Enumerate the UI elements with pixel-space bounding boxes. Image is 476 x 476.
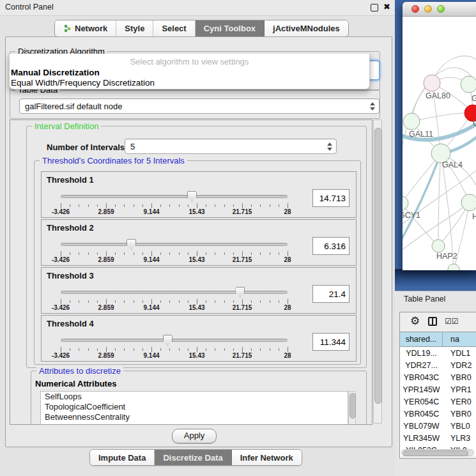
tab-infer-network[interactable]: Infer Network bbox=[232, 450, 302, 465]
table-cell: YDL19... bbox=[400, 347, 443, 359]
tab-impute-data[interactable]: Impute Data bbox=[90, 450, 155, 465]
network-view-area: GAL80GACGAL11GAL4GCY1HHAP2 bbox=[395, 0, 476, 291]
number-of-intervals-combobox[interactable]: 5 bbox=[125, 139, 337, 154]
gear-icon[interactable]: ⚙ bbox=[410, 314, 420, 328]
table-data-combobox[interactable]: galFiltered.sif default node bbox=[19, 98, 380, 114]
network-node-green[interactable] bbox=[403, 113, 420, 130]
network-edge[interactable] bbox=[438, 153, 441, 246]
tab-cyni-toolbox[interactable]: Cyni Toolbox bbox=[196, 20, 265, 36]
network-icon bbox=[63, 24, 72, 33]
slider-track[interactable] bbox=[61, 195, 288, 198]
table-cell: YDR27... bbox=[400, 359, 443, 371]
network-node-green[interactable] bbox=[448, 264, 459, 270]
network-node-green[interactable] bbox=[461, 76, 476, 93]
network-node-green[interactable] bbox=[403, 196, 408, 210]
network-node-green[interactable] bbox=[461, 194, 476, 211]
numerical-attributes-list[interactable]: SelfLoopsTopologicalCoefficientBetweenne… bbox=[40, 391, 348, 425]
tab-discretize-data[interactable]: Discretize Data bbox=[155, 450, 231, 465]
network-edge-highlighted[interactable] bbox=[403, 153, 441, 243]
tab-jactivemnodules[interactable]: jActiveMNodules bbox=[265, 20, 348, 36]
algorithm-dropdown-popup: Select algorithm to view settings Manual… bbox=[9, 54, 370, 89]
threshold-slider-2[interactable]: -3.4262.8599.14415.4321.71528 bbox=[42, 220, 356, 265]
close-traffic-light-icon[interactable] bbox=[411, 5, 419, 13]
slider-track[interactable] bbox=[61, 291, 288, 294]
threshold-slider-3[interactable]: -3.4262.8599.14415.4321.71528 bbox=[42, 268, 356, 313]
threshold-slider-4[interactable]: -3.4262.8599.14415.4321.71528 bbox=[42, 316, 356, 361]
thresholds-group-title: Threshold's Coordinates for 5 Intervals bbox=[40, 156, 187, 165]
tab-select[interactable]: Select bbox=[153, 20, 195, 36]
slider-thumb[interactable] bbox=[163, 335, 173, 346]
slider-tick-labels: -3.4262.8599.14415.4321.71528 bbox=[61, 208, 288, 216]
table-row[interactable]: YPR145WYPR1 bbox=[400, 383, 476, 395]
threshold-value-field[interactable]: 21.4 bbox=[312, 285, 349, 303]
threshold-panel-3: Threshold 3-3.4262.8599.14415.4321.71528… bbox=[41, 267, 357, 314]
threshold-panel-2: Threshold 2-3.4262.8599.14415.4321.71528… bbox=[41, 219, 357, 266]
network-edge[interactable] bbox=[403, 203, 438, 246]
attributes-list-scrollbar[interactable] bbox=[348, 391, 356, 425]
table-row[interactable]: YDL19...YDL1 bbox=[400, 347, 476, 359]
table-row[interactable]: YBL079WYBL0 bbox=[400, 420, 476, 432]
node-table[interactable]: shared...naYDL19...YDL1YDR27...YDR2YBR04… bbox=[400, 332, 476, 456]
select-columns-icon[interactable]: ☑☑ bbox=[445, 317, 459, 326]
column-header-2[interactable]: na bbox=[443, 332, 476, 346]
slider-thumb[interactable] bbox=[235, 287, 245, 298]
slider-thumb[interactable] bbox=[187, 191, 197, 202]
threshold-value-field[interactable]: 14.713 bbox=[312, 189, 349, 207]
threshold-slider-1[interactable]: -3.4262.8599.14415.4321.71528 bbox=[42, 172, 356, 217]
tab-style[interactable]: Style bbox=[116, 20, 153, 36]
network-node-green[interactable] bbox=[432, 240, 445, 252]
slider-ticks bbox=[61, 251, 288, 256]
split-columns-icon[interactable] bbox=[428, 317, 437, 326]
tab-label: Infer Network bbox=[240, 453, 293, 463]
tab-label: Network bbox=[75, 24, 107, 33]
column-header-1[interactable]: shared... bbox=[400, 332, 443, 346]
tab-label: Discretize Data bbox=[163, 453, 222, 463]
settings-vertical-scrollbar[interactable] bbox=[373, 119, 382, 424]
network-node-pink[interactable] bbox=[424, 75, 440, 91]
table-cell: YER0 bbox=[443, 395, 476, 408]
slider-thumb[interactable] bbox=[127, 239, 136, 250]
network-edge[interactable] bbox=[411, 113, 473, 121]
panel-title: Control Panel bbox=[5, 3, 54, 12]
combo-stepper-icon[interactable] bbox=[370, 99, 375, 113]
float-window-icon[interactable] bbox=[371, 4, 378, 12]
minimize-traffic-light-icon[interactable] bbox=[424, 5, 432, 13]
dropdown-prompt: Select algorithm to view settings bbox=[10, 57, 369, 68]
table-cell: YBR043C bbox=[400, 371, 443, 383]
table-panel-box: ⚙ ☑☑ shared...naYDL19...YDL1YDR27...YDR2… bbox=[399, 312, 476, 459]
threshold-value-field[interactable]: 11.344 bbox=[312, 333, 349, 351]
table-row[interactable]: YDR27...YDR2 bbox=[400, 359, 476, 371]
table-horizontal-scrollbar[interactable] bbox=[401, 449, 474, 456]
apply-button[interactable]: Apply bbox=[172, 429, 217, 443]
threshold-value-field[interactable]: 6.316 bbox=[312, 237, 349, 255]
tab-network[interactable]: Network bbox=[55, 20, 116, 36]
table-panel: ⚙ ☑☑ shared...naYDL19...YDL1YDR27...YDR2… bbox=[395, 308, 476, 476]
tab-label: jActiveMNodules bbox=[273, 24, 340, 33]
table-row[interactable]: YBR043CYBR0 bbox=[400, 371, 476, 383]
node-label-gal11: GAL11 bbox=[409, 130, 433, 139]
dropdown-option-equal-width-frequency-discretization[interactable]: Equal Width/Frequency Discretization bbox=[10, 78, 369, 88]
table-cell: YDL1 bbox=[443, 347, 476, 359]
attribute-item-topologicalcoefficient[interactable]: TopologicalCoefficient bbox=[41, 402, 348, 412]
attribute-item-selfloops[interactable]: SelfLoops bbox=[41, 392, 348, 402]
attributes-group: Attributes to discretize Numerical Attri… bbox=[31, 371, 367, 425]
attribute-item-betweennesscentrality[interactable]: BetweennessCentrality bbox=[41, 412, 348, 422]
app-root: Control Panel ✖ NetworkStyleSelectCyni T… bbox=[0, 0, 476, 476]
combo-stepper-icon[interactable] bbox=[327, 139, 332, 153]
tab-label: Style bbox=[125, 24, 144, 33]
table-row[interactable]: YBR045CYBR0 bbox=[400, 408, 476, 420]
network-window[interactable]: GAL80GACGAL11GAL4GCY1HHAP2 bbox=[403, 2, 476, 270]
slider-track[interactable] bbox=[61, 243, 288, 246]
bottom-tab-bar: Impute DataDiscretize DataInfer Network bbox=[89, 449, 302, 466]
zoom-traffic-light-icon[interactable] bbox=[437, 5, 445, 13]
network-canvas[interactable]: GAL80GACGAL11GAL4GCY1HHAP2 bbox=[403, 16, 476, 270]
close-icon[interactable]: ✖ bbox=[383, 2, 390, 12]
table-row[interactable]: YER054CYER0 bbox=[400, 395, 476, 408]
node-label-gal80: GAL80 bbox=[426, 91, 450, 100]
numerical-attributes-label: Numerical Attributes bbox=[35, 379, 116, 388]
table-row[interactable]: YLR345WYLR3 bbox=[400, 432, 476, 444]
table-cell: YBL079W bbox=[400, 420, 443, 432]
slider-track[interactable] bbox=[61, 339, 288, 342]
dropdown-option-manual-discretization[interactable]: Manual Discretization bbox=[10, 68, 369, 78]
table-cell: YBR0 bbox=[443, 371, 476, 383]
